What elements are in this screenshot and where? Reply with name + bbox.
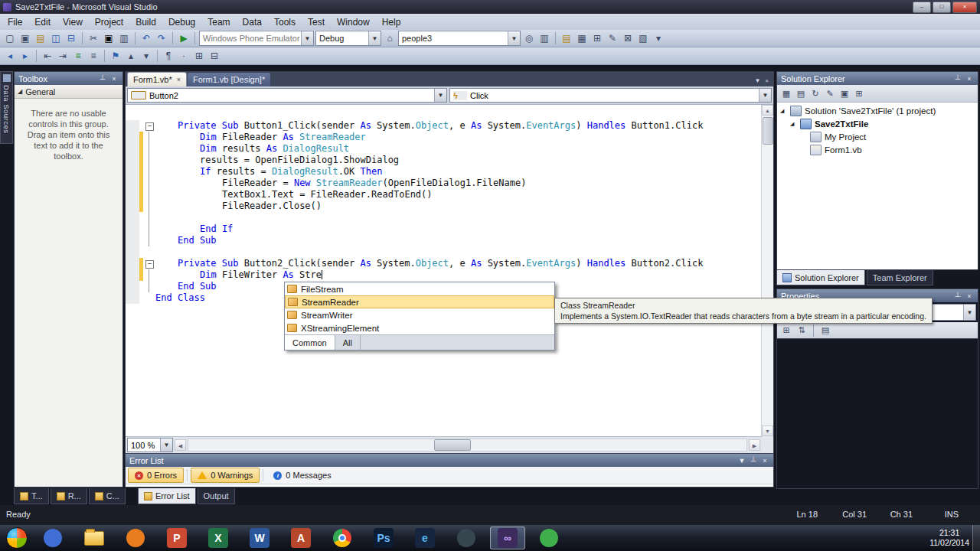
properties-window-icon[interactable]: ▦ [575, 31, 589, 45]
expanded-arrow-icon[interactable]: ◢ [790, 121, 797, 127]
menu-item-window[interactable]: Window [331, 15, 376, 29]
zoom-dropdown[interactable]: 100 % ▼ [127, 438, 173, 452]
breakpoint-margin[interactable] [126, 166, 139, 178]
minimize-button[interactable]: – [913, 2, 931, 13]
collapse-region-icon[interactable]: − [145, 122, 154, 131]
outline-icon[interactable]: ⊞ [192, 49, 206, 63]
new-project-icon[interactable]: ▢ [3, 31, 17, 45]
more-icon[interactable]: ▾ [652, 31, 665, 45]
error-list-menu-icon[interactable]: ▼ [737, 457, 746, 465]
menu-item-view[interactable]: View [57, 15, 89, 29]
error-list-pin-icon[interactable]: ┴ [749, 457, 758, 465]
indent-increase-icon[interactable]: ⇥ [56, 49, 70, 63]
cut-icon[interactable]: ✂ [87, 31, 100, 45]
menu-item-file[interactable]: File [2, 15, 28, 29]
solution-explorer-header[interactable]: Solution Explorer ┴× [777, 72, 978, 85]
object-dropdown-arrow[interactable]: ▼ [434, 89, 446, 102]
taskbar-powerpoint[interactable]: P [159, 527, 194, 549]
breakpoint-margin[interactable] [126, 189, 139, 201]
view-code-icon[interactable]: ✎ [824, 87, 836, 99]
properties-pin-icon[interactable]: ┴ [953, 292, 962, 300]
whitespace-icon[interactable]: · [177, 49, 191, 63]
event-dropdown-arrow[interactable]: ▼ [759, 89, 771, 102]
taskbar-photoshop[interactable]: Ps [366, 527, 401, 549]
tree-item-save2txtfile[interactable]: ◢Save2TxtFile [777, 117, 978, 130]
show-desktop-button[interactable] [972, 525, 980, 551]
tree-item-form1-vb[interactable]: Form1.vb [777, 143, 978, 156]
menu-item-test[interactable]: Test [302, 15, 331, 29]
properties-close-icon[interactable]: × [965, 292, 974, 300]
menu-item-data[interactable]: Data [237, 15, 268, 29]
intellisense-item-xstreamingelement[interactable]: XStreamingElement [285, 321, 554, 334]
breakpoint-margin[interactable] [126, 246, 139, 258]
menu-item-debug[interactable]: Debug [162, 15, 201, 29]
emulator-combo[interactable]: Windows Phone Emulator▼ [199, 31, 314, 46]
show-all-files-icon[interactable]: ▤ [795, 87, 807, 99]
error-list-window-icon[interactable]: ⊠ [621, 31, 635, 45]
breakpoint-margin[interactable] [126, 235, 139, 246]
taskbar-visual-studio[interactable]: ∞ [490, 527, 525, 549]
previous-bookmark-icon[interactable]: ▴ [124, 49, 138, 63]
alphabetical-icon[interactable]: ⇅ [795, 324, 808, 337]
copy-icon[interactable]: ▣ [102, 31, 116, 45]
scroll-left-icon[interactable]: ◀ [175, 439, 186, 451]
taskbar-chrome[interactable] [325, 527, 360, 549]
view-designer-icon[interactable]: ▣ [838, 87, 851, 99]
intellisense-tab-common[interactable]: Common [285, 335, 335, 350]
vertical-scrollbar[interactable]: ▲ ▼ [761, 105, 773, 436]
warning-filter-button[interactable]: 0 Warnings [191, 468, 260, 483]
taskbar-camtasia[interactable] [449, 527, 484, 549]
error-list-tab[interactable]: Error List [138, 488, 196, 504]
toolbox-section-general[interactable]: ◢ General [15, 85, 122, 99]
taskbar-screen-recorder[interactable] [531, 527, 567, 549]
menu-item-help[interactable]: Help [376, 15, 407, 29]
horizontal-scroll-thumb[interactable] [434, 439, 471, 451]
comment-icon[interactable]: ≡ [71, 49, 85, 63]
open-file-icon[interactable]: ▤ [34, 31, 47, 45]
toolbox-header[interactable]: Toolbox ┴× [15, 72, 122, 85]
properties-dropdown-arrow[interactable]: ▼ [963, 305, 975, 320]
breakpoint-margin[interactable] [126, 132, 139, 143]
toolbox-close-icon[interactable]: × [109, 75, 119, 83]
undo-icon[interactable]: ↶ [139, 31, 153, 45]
emulator-combo-arrow[interactable]: ▼ [301, 31, 313, 45]
search-combo[interactable]: people3▼ [398, 31, 521, 46]
navigate-back-icon[interactable]: ◂ [3, 49, 17, 63]
breakpoint-margin[interactable] [126, 120, 139, 132]
find-in-files-icon[interactable]: ▥ [537, 31, 551, 45]
class-view-tab[interactable]: C... [89, 488, 126, 504]
vertical-scroll-thumb[interactable] [763, 117, 773, 145]
solution-config-combo[interactable]: Debug▼ [315, 31, 381, 46]
taskbar-access[interactable]: A [283, 527, 318, 549]
menu-item-team[interactable]: Team [201, 15, 236, 29]
navigate-forward-icon[interactable]: ▸ [18, 49, 32, 63]
se-properties-icon[interactable]: ▦ [780, 87, 792, 99]
breakpoint-margin[interactable] [126, 223, 139, 235]
menu-item-build[interactable]: Build [129, 15, 162, 29]
solution-explorer-close-icon[interactable]: × [965, 75, 974, 83]
paste-icon[interactable]: ▥ [117, 31, 131, 45]
menu-item-edit[interactable]: Edit [28, 15, 57, 29]
extension-icon[interactable]: ▧ [636, 31, 650, 45]
save-all-icon[interactable]: ⊟ [64, 31, 78, 45]
error-filter-button[interactable]: ×0 Errors [128, 468, 184, 483]
tab-list-dropdown-icon[interactable]: ▼ [754, 77, 760, 84]
breakpoint-margin[interactable] [126, 143, 139, 155]
scroll-up-icon[interactable]: ▲ [762, 105, 773, 116]
taskbar-word[interactable]: W [242, 527, 277, 549]
event-dropdown[interactable]: ϟ Click ▼ [449, 88, 772, 103]
breakpoint-margin[interactable] [126, 178, 139, 189]
error-list-close-icon[interactable]: × [760, 457, 769, 465]
breakpoint-margin[interactable] [126, 281, 139, 292]
intellisense-item-filestream[interactable]: FileStream [285, 282, 554, 295]
taskbar-excel[interactable]: X [201, 527, 236, 549]
expanded-arrow-icon[interactable]: ◢ [780, 108, 787, 114]
start-button[interactable] [6, 527, 28, 549]
object-dropdown[interactable]: Button2 ▼ [127, 88, 447, 103]
indent-decrease-icon[interactable]: ⇤ [41, 49, 54, 63]
toolbox-bottom-tab[interactable]: T... [14, 488, 49, 504]
restore-button[interactable]: □ [933, 2, 951, 13]
output-tab[interactable]: Output [198, 488, 235, 504]
tree-item-my-project[interactable]: My Project [777, 130, 978, 143]
menu-item-tools[interactable]: Tools [268, 15, 302, 29]
